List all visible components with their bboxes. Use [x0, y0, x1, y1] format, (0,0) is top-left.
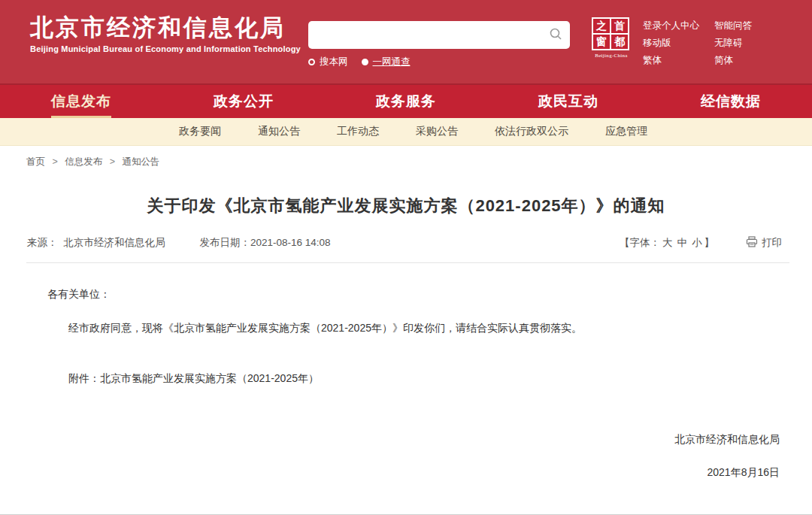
subnav-item-work-updates[interactable]: 工作动态	[337, 125, 379, 138]
font-size-prefix: 【字体：	[620, 237, 660, 248]
site-title[interactable]: 北京市经济和信息化局	[30, 13, 301, 43]
seal-caption: Beijing-China	[592, 53, 631, 59]
nav-item-public-interaction[interactable]: 政民互动	[487, 85, 650, 118]
attachment-label: 附件：	[68, 372, 100, 384]
attachment-line: 附件：北京市氢能产业发展实施方案（2021-2025年）	[47, 372, 782, 386]
quick-links-column-2: 智能问答 无障碍 简体	[714, 20, 752, 67]
print-label: 打印	[762, 236, 782, 250]
date-value: 2021-08-16 14:08	[250, 237, 331, 248]
seal-char: 之	[593, 19, 610, 33]
source-label: 来源：	[27, 236, 58, 250]
link-smart-qa[interactable]: 智能问答	[714, 20, 752, 32]
date-label: 发布日期：	[200, 237, 251, 248]
breadcrumb-separator: >	[52, 156, 57, 167]
salutation: 各有关单位：	[47, 288, 782, 301]
breadcrumb-home[interactable]: 首页	[26, 156, 45, 167]
radio-icon	[308, 59, 315, 65]
subnav-item-emergency-mgmt[interactable]: 应急管理	[605, 125, 647, 138]
font-size-large-button[interactable]: 大	[662, 237, 673, 248]
scope-label: 搜本网	[320, 56, 348, 68]
nav-item-gov-services[interactable]: 政务服务	[325, 85, 487, 118]
issue-date: 2021年8月16日	[47, 466, 780, 480]
source-value: 北京市经济和信息化局	[64, 236, 165, 250]
nav-label: 政务服务	[376, 92, 436, 111]
subnav-item-notices[interactable]: 通知公告	[258, 125, 300, 138]
seal-icon: 之 首 窗 都	[592, 17, 629, 50]
search-scope-row: 搜本网 一网通查	[308, 56, 570, 68]
scope-label: 一网通查	[373, 56, 411, 68]
article-meta: 来源：北京市经济和信息化局 发布日期：2021-08-16 14:08	[27, 236, 331, 250]
article-tools: 【字体：大中小】 打印	[620, 236, 782, 250]
active-tab-underline	[51, 116, 111, 118]
font-size-suffix: 】	[704, 237, 715, 248]
nav-item-economic-data[interactable]: 经信数据	[650, 85, 812, 118]
search-button[interactable]	[549, 27, 562, 43]
quick-links-column-1: 登录个人中心 移动版 繁体	[643, 20, 699, 67]
breadcrumb-separator: >	[110, 156, 115, 167]
breadcrumb-notices: 通知公告	[123, 156, 160, 167]
seal-char: 都	[611, 35, 628, 49]
seal-char: 首	[611, 19, 628, 33]
nav-item-gov-disclosure[interactable]: 政务公开	[162, 85, 325, 118]
link-mobile-version[interactable]: 移动版	[643, 37, 699, 50]
body-paragraph: 经市政府同意，现将《北京市氢能产业发展实施方案（2021-2025年）》印发你们…	[47, 320, 782, 338]
publish-date: 发布日期：2021-08-16 14:08	[200, 236, 331, 250]
link-login-personal-center[interactable]: 登录个人中心	[643, 20, 699, 32]
search-area: 搜本网 一网通查	[308, 21, 570, 68]
breadcrumb: 首页 > 信息发布 > 通知公告	[0, 146, 812, 168]
link-traditional-chinese[interactable]: 繁体	[643, 54, 699, 67]
font-size-medium-button[interactable]: 中	[677, 237, 688, 248]
site-subtitle: Beijing Municipal Bureau of Economy and …	[30, 44, 301, 53]
meta-divider	[26, 262, 789, 263]
article-body: 各有关单位： 经市政府同意，现将《北京市氢能产业发展实施方案（2021-2025…	[0, 288, 812, 480]
search-input[interactable]	[316, 24, 549, 47]
nav-label: 政民互动	[538, 92, 598, 111]
print-button[interactable]: 打印	[746, 236, 782, 250]
search-scope-site[interactable]: 搜本网	[308, 56, 348, 68]
search-box	[308, 21, 570, 49]
radio-filled-icon	[362, 59, 368, 65]
breadcrumb-info-release[interactable]: 信息发布	[65, 156, 102, 167]
subnav-item-dual-disclosure[interactable]: 依法行政双公示	[495, 125, 568, 138]
nav-label: 信息发布	[51, 92, 111, 111]
sub-nav: 政务要闻 通知公告 工作动态 采购公告 依法行政双公示 应急管理	[0, 118, 812, 146]
site-brand[interactable]: 北京市经济和信息化局 Beijing Municipal Bureau of E…	[30, 13, 301, 53]
subnav-item-procurement[interactable]: 采购公告	[416, 125, 458, 138]
nav-label: 政务公开	[214, 92, 274, 111]
main-nav: 信息发布 政务公开 政务服务 政民互动 经信数据	[0, 83, 812, 118]
seal-char: 窗	[593, 35, 610, 49]
capital-window-logo[interactable]: 之 首 窗 都 Beijing-China	[592, 17, 631, 59]
nav-item-info-release[interactable]: 信息发布	[0, 85, 162, 118]
signature-block: 北京市经济和信息化局 2021年8月16日	[47, 433, 782, 480]
printer-icon	[746, 236, 758, 250]
nav-label: 经信数据	[701, 92, 761, 111]
link-simplified-chinese[interactable]: 简体	[714, 54, 752, 67]
article-meta-row: 来源：北京市经济和信息化局 发布日期：2021-08-16 14:08 【字体：…	[0, 236, 812, 250]
attachment-link[interactable]: 北京市氢能产业发展实施方案（2021-2025年）	[100, 372, 319, 384]
article-title: 关于印发《北京市氢能产业发展实施方案（2021-2025年）》的通知	[0, 195, 812, 217]
page: 北京市经济和信息化局 Beijing Municipal Bureau of E…	[0, 0, 812, 515]
font-size-control: 【字体：大中小】	[620, 236, 714, 250]
search-icon	[549, 27, 562, 43]
font-size-small-button[interactable]: 小	[692, 237, 702, 248]
search-scope-network[interactable]: 一网通查	[362, 56, 411, 68]
issuing-authority: 北京市经济和信息化局	[47, 433, 780, 447]
subnav-item-gov-news[interactable]: 政务要闻	[179, 125, 221, 138]
site-header: 北京市经济和信息化局 Beijing Municipal Bureau of E…	[0, 0, 812, 83]
link-accessibility[interactable]: 无障碍	[714, 37, 752, 50]
